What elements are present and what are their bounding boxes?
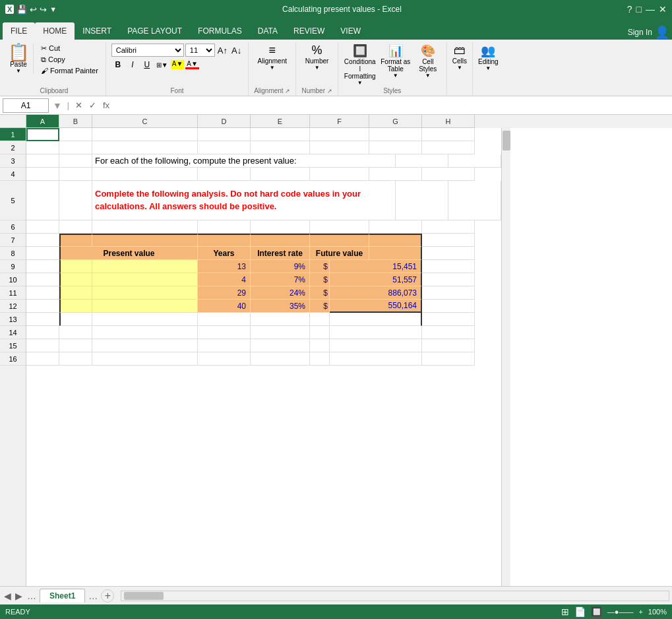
redo-icon[interactable]: ↪ <box>40 5 47 15</box>
cell-g7[interactable] <box>369 234 422 247</box>
cell-a14[interactable] <box>26 326 59 339</box>
cell-g6[interactable] <box>369 220 422 234</box>
cell-e6[interactable] <box>251 220 310 234</box>
row-num-8[interactable]: 8 <box>0 247 26 260</box>
cell-c7[interactable] <box>92 234 198 247</box>
cell-g10[interactable]: 51,557 <box>330 273 422 286</box>
cell-a10[interactable] <box>26 273 59 286</box>
row-num-5[interactable]: 5 <box>0 181 26 220</box>
tab-file[interactable]: FILE <box>3 22 35 40</box>
cell-a6[interactable] <box>26 220 59 234</box>
cell-e1[interactable] <box>251 128 310 141</box>
cell-c16[interactable] <box>92 352 198 366</box>
cell-c5[interactable]: Complete the following analysis. Do not … <box>92 181 396 220</box>
cell-h10[interactable] <box>422 273 475 286</box>
cell-b7[interactable] <box>59 234 92 247</box>
add-sheet-btn[interactable]: + <box>101 589 114 603</box>
cell-b6[interactable] <box>59 220 92 234</box>
cell-c1[interactable] <box>92 128 198 141</box>
cell-f11-dollar[interactable]: $ <box>310 286 330 300</box>
cell-d6[interactable] <box>198 220 251 234</box>
cell-a2[interactable] <box>26 141 59 154</box>
scroll-thumb-h[interactable] <box>124 592 164 600</box>
cell-h15[interactable] <box>422 339 475 352</box>
cell-g5[interactable] <box>396 181 448 220</box>
cell-h14[interactable] <box>422 326 475 339</box>
cell-g4[interactable] <box>369 168 422 181</box>
row-num-12[interactable]: 12 <box>0 300 26 313</box>
cell-b13[interactable] <box>59 313 92 326</box>
row-num-1[interactable]: 1 <box>0 128 26 141</box>
cell-g2[interactable] <box>369 141 422 154</box>
cell-d11[interactable]: 29 <box>198 286 251 300</box>
row-num-4[interactable]: 4 <box>0 168 26 181</box>
cell-g1[interactable] <box>369 128 422 141</box>
tab-view[interactable]: VIEW <box>332 22 369 40</box>
cell-f4[interactable] <box>310 168 369 181</box>
cell-b1[interactable] <box>59 128 92 141</box>
cell-c9[interactable] <box>92 260 198 273</box>
cell-d16[interactable] <box>198 352 251 366</box>
cell-e16[interactable] <box>251 352 310 366</box>
cell-c10[interactable] <box>92 273 198 286</box>
paste-btn[interactable]: 📋 Paste ▼ <box>8 44 34 74</box>
undo-icon[interactable]: ↩ <box>30 5 37 15</box>
cell-h1[interactable] <box>422 128 475 141</box>
cell-e7[interactable] <box>251 234 310 247</box>
cell-a1[interactable] <box>26 128 59 141</box>
cell-f1[interactable] <box>310 128 369 141</box>
cell-e9[interactable]: 9% <box>251 260 310 273</box>
row-num-9[interactable]: 9 <box>0 260 26 273</box>
cell-a16[interactable] <box>26 352 59 366</box>
cell-c6[interactable] <box>92 220 198 234</box>
row-num-16[interactable]: 16 <box>0 352 26 366</box>
cell-d15[interactable] <box>198 339 251 352</box>
cell-b14[interactable] <box>59 326 92 339</box>
vertical-scrollbar[interactable] <box>501 128 510 605</box>
cell-d13[interactable] <box>198 313 251 326</box>
cell-d9[interactable]: 13 <box>198 260 251 273</box>
cell-h7[interactable] <box>422 234 475 247</box>
cell-b5[interactable] <box>59 181 92 220</box>
cell-e12[interactable]: 35% <box>251 300 310 313</box>
cell-h2[interactable] <box>422 141 475 154</box>
cell-e4[interactable] <box>251 168 310 181</box>
alignment-btn[interactable]: ≡ Alignment ▼ <box>258 44 287 71</box>
row-num-6[interactable]: 6 <box>0 220 26 234</box>
col-header-g[interactable]: G <box>369 115 422 128</box>
cell-b3[interactable] <box>59 154 92 168</box>
cell-f10-dollar[interactable]: $ <box>310 273 330 286</box>
conditional-formatting-btn[interactable]: 🔲 ConditionalFormatting ▼ <box>344 44 377 86</box>
cell-a9[interactable] <box>26 260 59 273</box>
cell-b2[interactable] <box>59 141 92 154</box>
cell-f13[interactable] <box>310 313 330 326</box>
font-size-increase[interactable]: A↑ <box>216 45 229 56</box>
cell-c12[interactable] <box>92 300 198 313</box>
row-num-11[interactable]: 11 <box>0 286 26 300</box>
cell-g16[interactable] <box>330 352 422 366</box>
row-num-2[interactable]: 2 <box>0 141 26 154</box>
confirm-formula-icon[interactable]: ✓ <box>87 100 98 110</box>
cell-g9[interactable]: 15,451 <box>330 260 422 273</box>
cell-b4[interactable] <box>59 168 92 181</box>
alignment-expand-icon[interactable]: ↗ <box>285 88 290 94</box>
row-num-14[interactable]: 14 <box>0 326 26 339</box>
cell-c14[interactable] <box>92 326 198 339</box>
insert-function-icon[interactable]: fx <box>101 100 111 110</box>
format-painter-btn[interactable]: 🖌 Format Painter <box>39 66 100 75</box>
cell-h5[interactable] <box>448 181 501 220</box>
cell-h6[interactable] <box>422 220 475 234</box>
number-btn[interactable]: % Number ▼ <box>305 44 329 71</box>
cell-a12[interactable] <box>26 300 59 313</box>
cell-h3[interactable] <box>448 154 501 168</box>
format-as-table-btn[interactable]: 📊 Format asTable ▼ <box>379 44 412 79</box>
cell-f6[interactable] <box>310 220 369 234</box>
cell-e8[interactable]: Interest rate <box>251 247 310 260</box>
tab-home[interactable]: HOME <box>35 22 75 40</box>
col-header-f[interactable]: F <box>310 115 369 128</box>
cell-b10[interactable] <box>59 273 92 286</box>
cell-h8[interactable] <box>422 247 475 260</box>
cell-h13[interactable] <box>422 313 475 326</box>
cell-g3[interactable] <box>396 154 448 168</box>
tab-insert[interactable]: INSERT <box>75 22 119 40</box>
